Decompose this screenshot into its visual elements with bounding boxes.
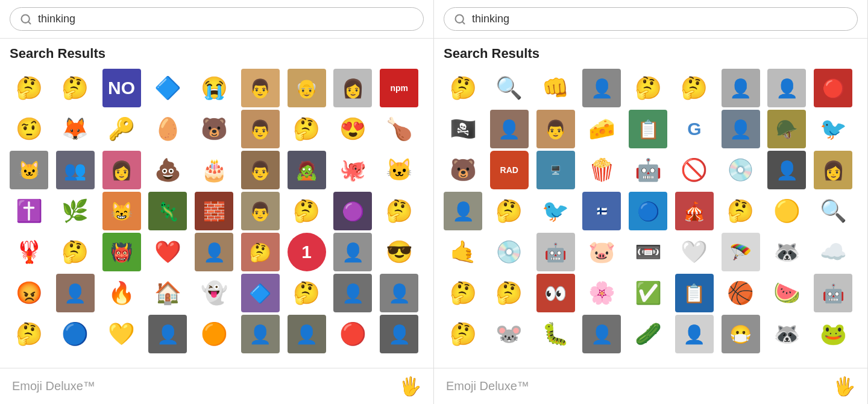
emoji-cell[interactable]: 🤔 [288, 110, 326, 148]
emoji-cell[interactable]: 🏴‍☠️ [444, 110, 482, 148]
emoji-cell[interactable]: NO [102, 69, 141, 107]
emoji-cell[interactable]: 👤 [380, 315, 418, 353]
emoji-cell[interactable]: 🐙 [333, 151, 372, 189]
emoji-cell[interactable]: 🐻 [444, 151, 482, 189]
emoji-cell[interactable]: 🔷 [241, 274, 280, 312]
emoji-cell[interactable]: 👤 [582, 69, 621, 107]
emoji-cell[interactable]: 🤖 [536, 233, 575, 271]
emoji-cell[interactable]: 🤔 [675, 69, 714, 107]
emoji-cell[interactable]: 😍 [333, 110, 372, 148]
emoji-cell[interactable]: ✝️ [10, 192, 48, 230]
emoji-cell[interactable]: 🧟 [288, 151, 326, 189]
emoji-cell[interactable]: 👀 [536, 274, 575, 312]
emoji-cell[interactable]: 🦝 [767, 233, 806, 271]
emoji-cell[interactable]: 🤔 [380, 192, 418, 230]
emoji-cell[interactable]: 👤 [333, 233, 372, 271]
emoji-cell[interactable]: 👤 [582, 315, 621, 353]
emoji-cell[interactable]: 👨 [241, 110, 280, 148]
emoji-cell[interactable]: 👤 [56, 274, 95, 312]
emoji-cell[interactable]: 🤔 [444, 315, 482, 353]
emoji-cell[interactable]: 🏠 [148, 274, 187, 312]
emoji-cell[interactable]: 🐱 [380, 151, 418, 189]
emoji-cell[interactable]: 🦊 [56, 110, 95, 148]
emoji-cell[interactable]: 🤙 [444, 233, 482, 271]
emoji-cell[interactable]: 🤔 [288, 192, 326, 230]
emoji-cell[interactable]: 1 [288, 233, 326, 271]
emoji-cell[interactable]: 🌿 [56, 192, 95, 230]
emoji-cell[interactable]: 👨 [536, 110, 575, 148]
emoji-cell[interactable]: 🤔 [629, 69, 667, 107]
emoji-cell[interactable]: 👤 [767, 69, 806, 107]
emoji-cell[interactable]: 🍗 [380, 110, 418, 148]
emoji-cell[interactable]: 🔍 [490, 69, 529, 107]
emoji-cell[interactable]: 🤖 [814, 274, 852, 312]
right-search-input[interactable] [472, 13, 848, 25]
emoji-cell[interactable]: 🐭 [490, 315, 529, 353]
emoji-cell[interactable]: 🦝 [767, 315, 806, 353]
emoji-cell[interactable]: 🐸 [814, 315, 852, 353]
emoji-cell[interactable]: 👤 [148, 315, 187, 353]
emoji-cell[interactable]: 🐦 [814, 110, 852, 148]
emoji-cell[interactable]: 🤔 [288, 274, 326, 312]
emoji-cell[interactable]: 🐛 [536, 315, 575, 353]
emoji-cell[interactable]: 👤 [490, 110, 529, 148]
emoji-cell[interactable]: 🤔 [490, 274, 529, 312]
emoji-cell[interactable]: ☁️ [814, 233, 852, 271]
emoji-cell[interactable]: 🤔 [56, 233, 95, 271]
emoji-cell[interactable]: G [675, 110, 714, 148]
emoji-cell[interactable]: 😷 [722, 315, 760, 353]
emoji-cell[interactable]: 🤔 [444, 274, 482, 312]
emoji-cell[interactable]: 🤔 [490, 192, 529, 230]
emoji-cell[interactable]: 👨 [241, 69, 280, 107]
emoji-cell[interactable]: 🚫 [675, 151, 714, 189]
emoji-cell[interactable]: 🔥 [102, 274, 141, 312]
emoji-cell[interactable]: 👤 [767, 151, 806, 189]
emoji-cell[interactable]: 🎪 [675, 192, 714, 230]
emoji-cell[interactable]: 👤 [195, 233, 233, 271]
emoji-cell[interactable]: 🤔 [10, 69, 48, 107]
emoji-cell[interactable]: 🤔 [722, 192, 760, 230]
emoji-cell[interactable]: 👊 [536, 69, 575, 107]
emoji-cell[interactable]: 👤 [675, 315, 714, 353]
emoji-cell[interactable]: 🔑 [102, 110, 141, 148]
emoji-cell[interactable]: 🔷 [148, 69, 187, 107]
emoji-cell[interactable]: 👥 [56, 151, 95, 189]
emoji-cell[interactable]: 👤 [288, 315, 326, 353]
emoji-cell[interactable]: 🟡 [767, 192, 806, 230]
emoji-cell[interactable]: 😡 [10, 274, 48, 312]
emoji-cell[interactable]: 🤔 [10, 315, 48, 353]
emoji-cell[interactable]: npm [380, 69, 418, 107]
emoji-cell[interactable]: 🦞 [10, 233, 48, 271]
emoji-cell[interactable]: 📋 [629, 110, 667, 148]
emoji-cell[interactable]: 🧱 [195, 192, 233, 230]
emoji-cell[interactable]: 🤔 [444, 69, 482, 107]
emoji-cell[interactable]: 🤔 [241, 233, 280, 271]
emoji-cell[interactable]: 🔵 [56, 315, 95, 353]
emoji-cell[interactable]: 💩 [148, 151, 187, 189]
emoji-cell[interactable]: RAD [490, 151, 529, 189]
emoji-cell[interactable]: 💿 [722, 151, 760, 189]
emoji-cell[interactable]: 🍿 [582, 151, 621, 189]
emoji-cell[interactable]: 👤 [722, 110, 760, 148]
emoji-cell[interactable]: 🤨 [10, 110, 48, 148]
emoji-cell[interactable]: 👤 [333, 274, 372, 312]
emoji-cell[interactable]: 🔴 [814, 69, 852, 107]
emoji-cell[interactable]: 🪂 [722, 233, 760, 271]
emoji-cell[interactable]: 🪖 [767, 110, 806, 148]
emoji-cell[interactable]: 👤 [444, 192, 482, 230]
emoji-cell[interactable]: 🤍 [675, 233, 714, 271]
emoji-cell[interactable]: 🧀 [582, 110, 621, 148]
emoji-cell[interactable]: 🥚 [148, 110, 187, 148]
emoji-cell[interactable]: 👤 [241, 315, 280, 353]
emoji-cell[interactable]: 🔴 [333, 315, 372, 353]
emoji-cell[interactable]: 👴 [288, 69, 326, 107]
emoji-cell[interactable]: 🐱 [10, 151, 48, 189]
emoji-cell[interactable]: 👨 [241, 192, 280, 230]
emoji-cell[interactable]: 💿 [490, 233, 529, 271]
emoji-cell[interactable]: 👤 [380, 274, 418, 312]
emoji-cell[interactable]: 🟠 [195, 315, 233, 353]
emoji-cell[interactable]: 🐷 [582, 233, 621, 271]
emoji-cell[interactable]: 👩 [814, 151, 852, 189]
emoji-cell[interactable]: 🔍 [814, 192, 852, 230]
emoji-cell[interactable]: 😎 [380, 233, 418, 271]
